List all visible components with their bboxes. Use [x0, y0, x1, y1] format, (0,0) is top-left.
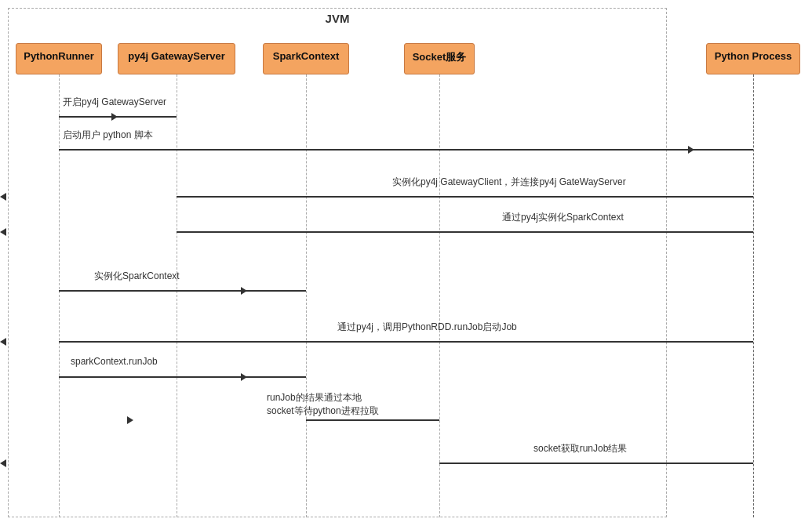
arrowhead-6 — [241, 373, 247, 381]
jvm-box — [8, 8, 667, 517]
arrowhead-1 — [688, 146, 694, 154]
arrowhead-4 — [241, 287, 247, 295]
arrowhead-0 — [111, 113, 118, 121]
arrow-line-5 — [59, 341, 753, 343]
actor-gatewayserver: py4j GatewayServer — [118, 43, 235, 74]
jvm-label: JVM — [8, 8, 667, 25]
lifeline-gatewayserver — [177, 74, 177, 517]
arrow-label-1: 启动用户 python 脚本 — [63, 129, 153, 142]
arrow-line-7 — [306, 419, 439, 421]
arrow-label-2: 实例化py4j GatewayClient，并连接py4j GateWaySer… — [392, 176, 626, 189]
arrow-label-3: 通过py4j实例化SparkContext — [502, 211, 624, 224]
arrow-line-0 — [59, 116, 177, 118]
arrow-line-2 — [177, 196, 753, 198]
arrowhead-3 — [0, 228, 6, 236]
arrow-label-4: 实例化SparkContext — [94, 270, 180, 283]
arrow-label-6: sparkContext.runJob — [71, 356, 158, 367]
arrowhead-8 — [0, 459, 6, 467]
actor-pythonprocess: Python Process — [706, 43, 800, 74]
arrowhead-7 — [127, 416, 133, 424]
actor-pythonrunner: PythonRunner — [16, 43, 102, 74]
arrow-label-8: socket获取runJob结果 — [533, 442, 627, 455]
arrow-label-5: 通过py4j，调用PythonRDD.runJob启动Job — [337, 321, 517, 334]
arrowhead-5 — [0, 338, 6, 346]
arrow-line-3 — [177, 231, 753, 233]
arrow-line-8 — [439, 463, 753, 464]
arrow-label-7: runJob的结果通过本地 socket等待python进程拉取 — [267, 391, 379, 418]
actor-sparkcontext: SparkContext — [263, 43, 349, 74]
lifeline-sparkcontext — [306, 74, 307, 517]
arrow-label-0: 开启py4j GatewayServer — [63, 96, 166, 109]
arrow-line-1 — [59, 149, 753, 151]
arrow-line-4 — [59, 290, 306, 292]
diagram-container: JVM PythonRunnerpy4j GatewayServerSparkC… — [0, 0, 812, 526]
lifeline-socket — [439, 74, 440, 517]
lifeline-pythonrunner — [59, 74, 60, 517]
arrowhead-2 — [0, 193, 6, 201]
actor-socket: Socket服务 — [404, 43, 475, 74]
arrow-line-6 — [59, 376, 306, 378]
lifeline-pythonprocess — [753, 74, 754, 517]
